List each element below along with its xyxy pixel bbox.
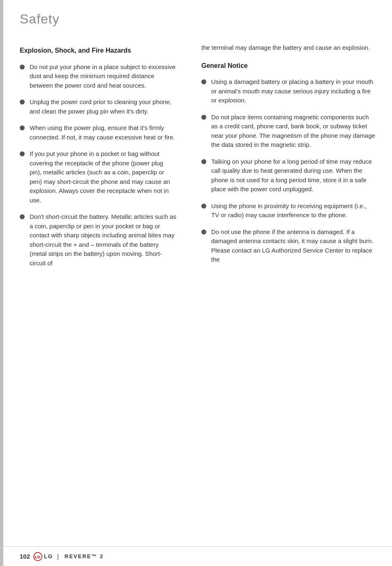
page-title: Safety xyxy=(20,12,60,26)
right-section-title: General Notice xyxy=(201,62,376,70)
bullet-dot-1 xyxy=(20,65,25,70)
right-intro-text: the terminal may damage the battery and … xyxy=(201,43,376,53)
left-bullet-text-5: Don't short-circuit the battery. Metalli… xyxy=(30,212,177,268)
left-bullet-item-2: Unplug the power cord prior to cleaning … xyxy=(20,97,177,116)
page-header: Safety xyxy=(0,0,392,35)
lg-logo-icon: LG xyxy=(33,552,42,561)
right-bullet-item-4: Using the phone in proximity to receivin… xyxy=(201,202,376,220)
left-bullet-item-5: Don't short-circuit the battery. Metalli… xyxy=(20,212,177,268)
left-accent-bar xyxy=(0,0,3,566)
right-bullet-item-1: Using a damaged battery or placing a bat… xyxy=(201,77,376,105)
right-bullet-text-1: Using a damaged battery or placing a bat… xyxy=(211,77,376,105)
left-column: Explosion, Shock, and Fire Hazards Do no… xyxy=(0,35,189,292)
bullet-dot-4 xyxy=(20,151,25,156)
page-container: Safety Explosion, Shock, and Fire Hazard… xyxy=(0,0,392,566)
right-bullet-dot-5 xyxy=(201,230,206,234)
right-bullet-text-5: Do not use the phone if the antenna is d… xyxy=(211,227,376,264)
left-bullet-text-3: When using the power plug, ensure that i… xyxy=(30,123,177,142)
right-bullet-dot-1 xyxy=(201,79,206,84)
page-footer: 102 LG LG | REVERE™ 2 xyxy=(0,546,392,566)
svg-text:LG: LG xyxy=(35,555,40,559)
right-bullet-text-4: Using the phone in proximity to receivin… xyxy=(211,202,376,220)
left-bullet-list: Do not put your phone in a place subject… xyxy=(20,63,177,268)
left-bullet-item-1: Do not put your phone in a place subject… xyxy=(20,63,177,90)
right-bullet-item-5: Do not use the phone if the antenna is d… xyxy=(201,227,376,264)
left-bullet-item-3: When using the power plug, ensure that i… xyxy=(20,123,177,142)
right-bullet-item-3: Talking on your phone for a long period … xyxy=(201,157,376,194)
right-bullet-dot-3 xyxy=(201,159,206,164)
footer-logo: LG LG | REVERE™ 2 xyxy=(33,552,104,561)
footer-separator: | xyxy=(57,553,59,560)
bullet-dot-5 xyxy=(20,214,25,219)
right-bullet-item-2: Do not place items containing magnetic c… xyxy=(201,113,376,150)
content-area: Explosion, Shock, and Fire Hazards Do no… xyxy=(0,35,392,292)
right-bullet-dot-4 xyxy=(201,204,206,209)
right-bullet-text-2: Do not place items containing magnetic c… xyxy=(211,113,376,150)
footer-page-number: 102 xyxy=(20,553,30,560)
footer-brand-name: LG xyxy=(44,553,53,559)
left-bullet-text-1: Do not put your phone in a place subject… xyxy=(30,63,177,90)
left-bullet-text-4: If you put your phone in a pocket or bag… xyxy=(30,149,177,205)
left-bullet-text-2: Unplug the power cord prior to cleaning … xyxy=(30,97,177,116)
right-bullet-dot-2 xyxy=(201,115,206,120)
left-bullet-item-4: If you put your phone in a pocket or bag… xyxy=(20,149,177,205)
footer-model-name: REVERE™ 2 xyxy=(65,553,104,559)
bullet-dot-3 xyxy=(20,125,25,130)
right-column: the terminal may damage the battery and … xyxy=(189,35,392,292)
left-section-title: Explosion, Shock, and Fire Hazards xyxy=(20,46,177,55)
right-bullet-list: Using a damaged battery or placing a bat… xyxy=(201,77,376,264)
bullet-dot-2 xyxy=(20,100,25,104)
right-bullet-text-3: Talking on your phone for a long period … xyxy=(211,157,376,194)
